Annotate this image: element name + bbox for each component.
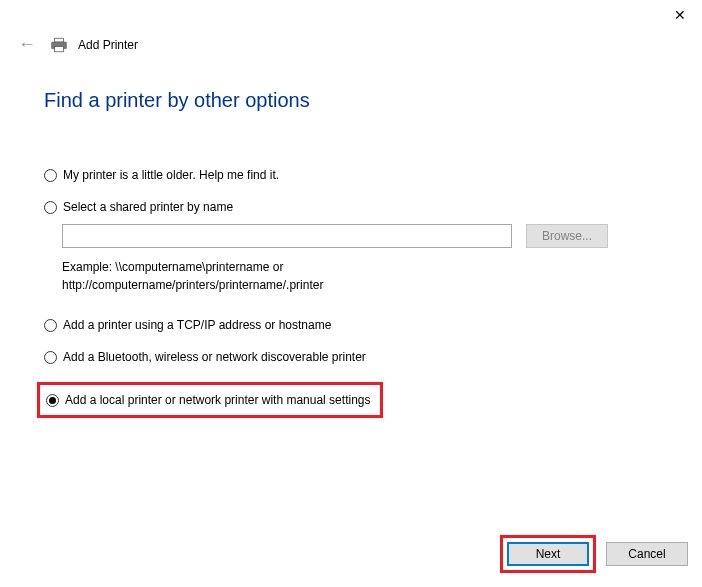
- cancel-button[interactable]: Cancel: [606, 542, 688, 566]
- shared-printer-input[interactable]: [62, 224, 512, 248]
- radio-icon-selected: [46, 394, 59, 407]
- option-older-printer[interactable]: My printer is a little older. Help me fi…: [44, 168, 692, 182]
- option-label: Add a Bluetooth, wireless or network dis…: [63, 350, 366, 364]
- dialog-header: ← Add Printer: [0, 28, 702, 65]
- option-label: My printer is a little older. Help me fi…: [63, 168, 279, 182]
- radio-icon: [44, 319, 57, 332]
- back-arrow-icon[interactable]: ←: [14, 32, 40, 57]
- svg-point-3: [64, 43, 65, 44]
- titlebar: ✕: [0, 0, 702, 28]
- close-icon: ✕: [674, 7, 686, 23]
- next-button[interactable]: Next: [507, 542, 589, 566]
- radio-icon: [44, 169, 57, 182]
- page-heading: Find a printer by other options: [44, 89, 692, 112]
- option-label: Select a shared printer by name: [63, 200, 233, 214]
- option-label[interactable]: Add a local printer or network printer w…: [65, 393, 370, 407]
- shared-subblock: Browse... Example: \\computername\printe…: [62, 224, 692, 294]
- option-label: Add a printer using a TCP/IP address or …: [63, 318, 331, 332]
- dialog-title: Add Printer: [78, 38, 138, 52]
- dialog-content: Find a printer by other options My print…: [0, 65, 702, 418]
- shared-input-row: Browse...: [62, 224, 692, 248]
- svg-rect-2: [55, 46, 64, 51]
- option-tcpip[interactable]: Add a printer using a TCP/IP address or …: [44, 318, 692, 332]
- radio-icon: [44, 201, 57, 214]
- close-button[interactable]: ✕: [658, 2, 702, 28]
- dialog-footer: Next Cancel: [500, 535, 688, 573]
- browse-button: Browse...: [526, 224, 608, 248]
- option-shared-printer[interactable]: Select a shared printer by name: [44, 200, 692, 214]
- shared-example-text: Example: \\computername\printername or h…: [62, 258, 502, 294]
- printer-icon: [50, 37, 68, 53]
- svg-rect-0: [55, 38, 64, 42]
- option-bluetooth[interactable]: Add a Bluetooth, wireless or network dis…: [44, 350, 692, 364]
- radio-icon: [44, 351, 57, 364]
- highlight-next-button: Next: [500, 535, 596, 573]
- highlight-local-option: Add a local printer or network printer w…: [37, 382, 383, 418]
